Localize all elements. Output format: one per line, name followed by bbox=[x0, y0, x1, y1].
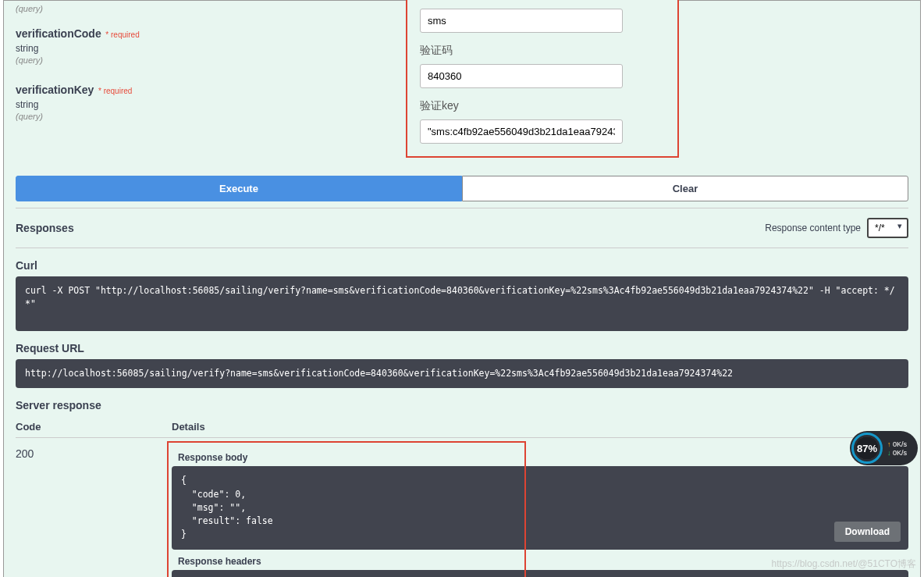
form-highlight-box: 验证码 验证key bbox=[406, 0, 679, 158]
param-type: string bbox=[16, 99, 390, 110]
curl-command: curl -X POST "http://localhost:56085/sai… bbox=[16, 276, 908, 331]
param-in: (query) bbox=[16, 55, 390, 65]
content-type-label: Response content type bbox=[765, 223, 861, 233]
server-response-label: Server response bbox=[16, 399, 908, 411]
response-body-label: Response body bbox=[178, 452, 908, 463]
key-label: 验证key bbox=[420, 99, 665, 113]
param-name-verificationCode: verificationCode bbox=[16, 27, 101, 40]
details-header: Details bbox=[172, 421, 908, 433]
param-name-verificationKey: verificationKey bbox=[16, 84, 94, 96]
clear-button[interactable]: Clear bbox=[462, 176, 908, 201]
download-button[interactable]: Download bbox=[834, 522, 901, 542]
code-header: Code bbox=[16, 421, 172, 433]
verification-code-input[interactable] bbox=[420, 64, 623, 88]
request-url-value: http://localhost:56085/sailing/verify?na… bbox=[16, 359, 908, 388]
name-input[interactable] bbox=[420, 9, 623, 33]
execute-button[interactable]: Execute bbox=[16, 176, 462, 201]
widget-percent: 87% bbox=[851, 433, 883, 464]
response-body: { "code": 0, "msg": "", "result": false … bbox=[172, 466, 908, 549]
param-in: (query) bbox=[16, 112, 390, 121]
param-type: string bbox=[16, 43, 390, 54]
content-type-select[interactable]: */* bbox=[867, 218, 908, 238]
param-required-badge: * required bbox=[98, 87, 132, 95]
network-widget[interactable]: 87% 0K/s 0K/s bbox=[850, 431, 918, 465]
widget-upload: 0K/s bbox=[887, 440, 907, 448]
status-code: 200 bbox=[16, 447, 172, 577]
curl-label: Curl bbox=[16, 259, 908, 272]
code-label: 验证码 bbox=[420, 44, 665, 58]
responses-title: Responses bbox=[16, 222, 74, 234]
widget-download: 0K/s bbox=[887, 449, 907, 457]
watermark: https://blog.csdn.net/@51CTO博客 bbox=[772, 557, 916, 571]
param-required-badge: * required bbox=[105, 30, 139, 39]
verification-key-input[interactable] bbox=[420, 119, 623, 144]
request-url-label: Request URL bbox=[16, 342, 908, 354]
